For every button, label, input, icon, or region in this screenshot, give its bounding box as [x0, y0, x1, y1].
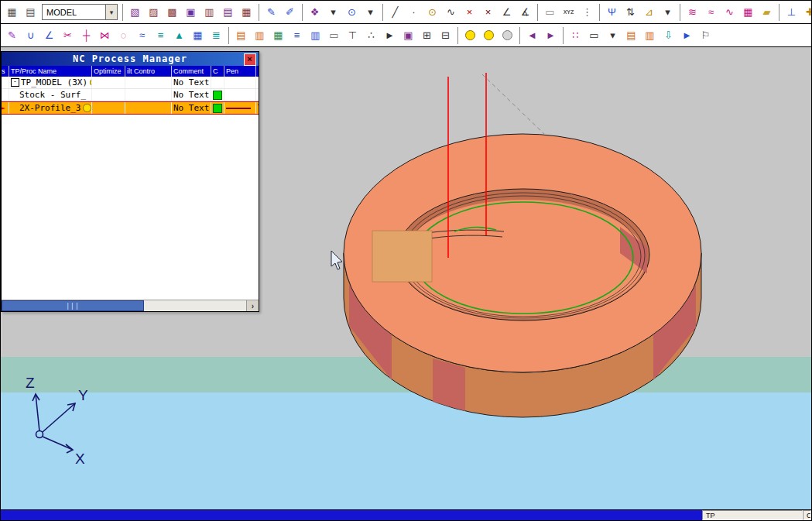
- box-fit-icon[interactable]: ▥: [200, 3, 218, 21]
- highlight-bulb-icon[interactable]: [480, 26, 498, 44]
- copy-icon[interactable]: ▤: [622, 26, 640, 44]
- trim-icon[interactable]: ✂: [59, 26, 77, 44]
- grid-minus-icon[interactable]: ⊟: [437, 26, 454, 44]
- cplane-icon[interactable]: ⊿: [640, 3, 658, 21]
- prev-arrow-icon[interactable]: ◄: [523, 26, 541, 44]
- header-col-pen[interactable]: Pen: [224, 66, 256, 77]
- close-curve-icon[interactable]: ◌: [115, 26, 132, 44]
- report-icon[interactable]: ≣: [207, 26, 225, 44]
- close-icon[interactable]: ×: [244, 53, 256, 66]
- shade-on-bulb-icon[interactable]: [461, 26, 479, 44]
- header-col-tilt-control[interactable]: ilt Contro: [125, 66, 172, 77]
- panel-title-bar[interactable]: NC Process Manager ×: [2, 52, 259, 66]
- tool-table-icon[interactable]: ⊤: [344, 26, 361, 44]
- gnomon-icon[interactable]: ⊥: [783, 3, 800, 21]
- cursor-select-icon[interactable]: ►: [381, 26, 399, 44]
- comment-bubble-icon[interactable]: ▭: [325, 26, 343, 44]
- nc-process-manager-panel[interactable]: NC Process Manager × s TP/Proc Name Opti…: [1, 51, 259, 312]
- surface-icon[interactable]: ≋: [684, 3, 701, 21]
- row-pen-cell: [224, 77, 256, 88]
- cplane-dropdown-icon[interactable]: ▾: [659, 3, 677, 21]
- circle-tool-icon[interactable]: ⊙: [423, 3, 441, 21]
- levels-icon[interactable]: Ψ: [603, 3, 621, 21]
- flip-icon[interactable]: ⇅: [622, 3, 639, 21]
- zigzag-icon[interactable]: ≈: [133, 26, 151, 44]
- pointer-icon[interactable]: ►: [678, 26, 696, 44]
- sketch-icon[interactable]: ✎: [262, 3, 280, 21]
- surface-trim-icon[interactable]: ≈: [702, 3, 720, 21]
- view-selector-combo[interactable]: MODEL▾: [42, 4, 118, 20]
- table-icon[interactable]: ▦: [269, 26, 287, 44]
- table-row-tp-model[interactable]: - TP_MODEL (3X) No Text: [2, 77, 259, 89]
- analyze-icon[interactable]: ∡: [516, 3, 534, 21]
- mesh-icon[interactable]: ▦: [739, 3, 757, 21]
- annotate-icon[interactable]: ✐: [281, 3, 299, 21]
- delete-tool-icon[interactable]: ×: [461, 3, 478, 21]
- expand-toggle-icon[interactable]: -: [11, 78, 19, 87]
- operations-book-icon[interactable]: ▥: [251, 26, 269, 44]
- sheet-icon[interactable]: ▰: [758, 3, 776, 21]
- paste-icon[interactable]: ▥: [641, 26, 659, 44]
- zoom-dropdown-icon[interactable]: ▾: [361, 3, 379, 21]
- curve-tool-icon[interactable]: ∿: [442, 3, 460, 21]
- join-icon[interactable]: ⋈: [96, 26, 114, 44]
- header-col-optimize[interactable]: Optimize: [92, 66, 125, 77]
- grid-plus-icon[interactable]: ⊞: [418, 26, 436, 44]
- stats-icon[interactable]: ⋮: [578, 3, 596, 21]
- pin-icon[interactable]: ⇩: [660, 26, 677, 44]
- pick-point-icon[interactable]: ∴: [362, 26, 380, 44]
- surface-blend-icon[interactable]: ∿: [721, 3, 738, 21]
- delete-duplicates-icon[interactable]: ×: [479, 3, 497, 21]
- xyz-icon[interactable]: XYZ: [560, 3, 577, 21]
- hidden-line-view-icon[interactable]: ▩: [163, 3, 181, 21]
- header-col-name[interactable]: TP/Proc Name: [9, 66, 92, 77]
- shaded-view-icon[interactable]: ▧: [126, 3, 144, 21]
- color-chip-green[interactable]: [213, 104, 222, 113]
- chamfer-icon[interactable]: ∠: [40, 26, 58, 44]
- color-chip-green[interactable]: [213, 91, 222, 100]
- scroll-right-icon[interactable]: ›: [246, 300, 259, 311]
- layer-icon[interactable]: ▤: [22, 3, 39, 21]
- horizontal-scrollbar[interactable]: ||| ›: [2, 300, 259, 311]
- measure-angle-icon[interactable]: ∠: [498, 3, 516, 21]
- line-tool-icon[interactable]: ╱: [386, 3, 404, 21]
- divide-icon[interactable]: ┼: [77, 26, 95, 44]
- wcs-cube-icon[interactable]: ▣: [399, 26, 417, 44]
- ruler-dropdown-icon[interactable]: ▾: [604, 26, 622, 44]
- entity-select-icon[interactable]: ❖: [306, 3, 324, 21]
- project-icon[interactable]: ▲: [170, 26, 188, 44]
- table-row-2x-profile[interactable]: ► 2X-Profile_3 No Text T: [2, 101, 259, 115]
- shade-off-bulb-icon[interactable]: [499, 26, 516, 44]
- solid-box-icon[interactable]: ▣: [182, 3, 200, 21]
- measure-ruler-icon[interactable]: ▭: [585, 26, 603, 44]
- palette-icon[interactable]: ∷: [567, 26, 584, 44]
- fillet-icon[interactable]: ∪: [22, 26, 39, 44]
- offset-icon[interactable]: ≡: [152, 26, 170, 44]
- screen-blank-icon[interactable]: ▭: [541, 3, 559, 21]
- combo-dropdown-icon[interactable]: ▾: [105, 5, 117, 19]
- properties-panel-icon[interactable]: ▥: [307, 26, 324, 44]
- scrollbar-track[interactable]: [144, 300, 246, 311]
- flag-icon[interactable]: ⚐: [697, 26, 714, 44]
- toolpath-book-icon[interactable]: ▤: [232, 26, 250, 44]
- zoom-icon[interactable]: ⊙: [343, 3, 361, 21]
- pencil-curve-icon[interactable]: ✎: [3, 26, 21, 44]
- calculator-icon[interactable]: ▦: [189, 26, 207, 44]
- entity-dropdown-icon[interactable]: ▾: [324, 3, 342, 21]
- table-row-stock-surf[interactable]: Stock - Surf_ No Text: [2, 89, 259, 101]
- row-rest-cell: [256, 89, 259, 101]
- mouse-cursor: [331, 251, 342, 269]
- select-grid-icon[interactable]: ▦: [3, 3, 21, 21]
- row-c-cell: [211, 89, 224, 101]
- next-arrow-icon[interactable]: ►: [542, 26, 560, 44]
- box-iso-icon[interactable]: ▦: [238, 3, 255, 21]
- bulb-on-icon[interactable]: [83, 104, 91, 112]
- wireframe-view-icon[interactable]: ▨: [145, 3, 163, 21]
- scrollbar-thumb[interactable]: |||: [2, 300, 144, 311]
- list-icon[interactable]: ≡: [288, 26, 306, 44]
- header-col-comment[interactable]: Comment: [172, 66, 211, 77]
- axes-icon[interactable]: ✚: [801, 3, 811, 21]
- box-top-icon[interactable]: ▤: [219, 3, 237, 21]
- header-col-c[interactable]: C: [211, 66, 224, 77]
- point-tool-icon[interactable]: ∙: [405, 3, 423, 21]
